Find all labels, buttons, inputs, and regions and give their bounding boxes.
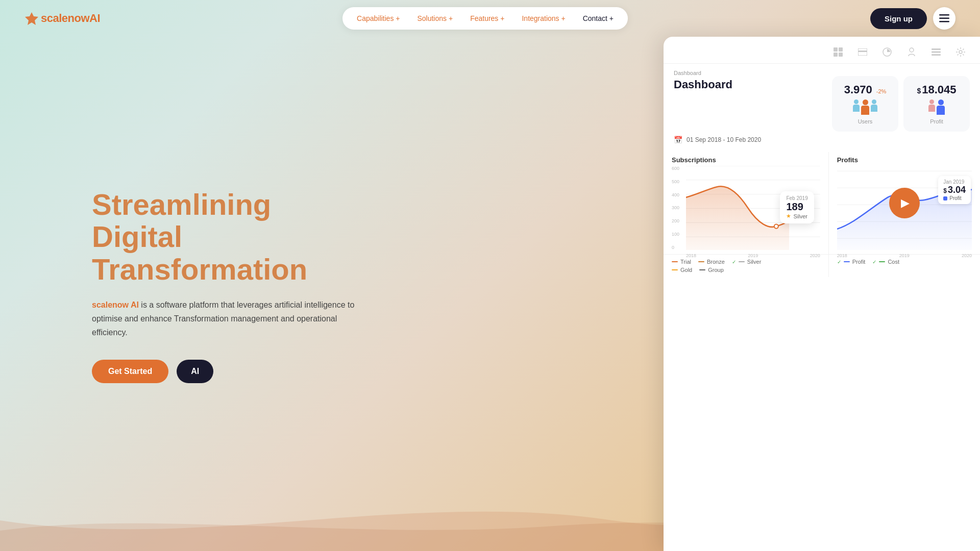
kpi-profit-label: Profit <box>913 118 961 124</box>
nav-right: Sign up <box>870 7 955 30</box>
legend-gold: Gold <box>672 267 692 273</box>
kpi-profit: $ 18.045 <box>903 76 970 132</box>
legend-silver: ✓ Silver <box>732 259 762 265</box>
profits-tooltip: Jan 2019 $ 3.04 Profit <box>938 176 971 204</box>
hero-buttons: Get Started AI <box>92 360 363 383</box>
nav-links: Capabilities + Solutions + Features + In… <box>342 7 628 30</box>
icon-settings[interactable] <box>953 45 968 59</box>
icon-table[interactable] <box>929 45 943 59</box>
dashboard-panel: Dashboard Dashboard 3.970 -2% <box>664 37 980 551</box>
users-illustration <box>841 99 889 116</box>
navbar: scalenowAI Capabilities + Solutions + Fe… <box>0 0 980 37</box>
svg-point-15 <box>959 51 962 54</box>
play-button[interactable]: ▶ <box>889 188 920 218</box>
svg-point-11 <box>910 48 914 52</box>
svg-rect-13 <box>932 52 941 53</box>
cost-check-icon: ✓ <box>872 259 876 265</box>
hero-section: Streamlining Digital Transformation scal… <box>0 0 980 551</box>
svg-rect-7 <box>839 53 843 57</box>
hamburger-icon <box>939 14 949 22</box>
svg-rect-14 <box>932 54 941 56</box>
legend-trial: Trial <box>672 259 691 265</box>
legend-group: Group <box>699 267 724 273</box>
svg-rect-1 <box>939 14 949 16</box>
icon-chart[interactable] <box>880 45 894 59</box>
dashboard-breadcrumb: Dashboard <box>674 70 970 76</box>
nav-integrations[interactable]: Integrations + <box>513 10 573 27</box>
logo-text-main: scalenow <box>41 12 89 24</box>
nav-solutions[interactable]: Solutions + <box>409 10 461 27</box>
kpi-users: 3.970 -2% <box>832 76 898 132</box>
logo-icon <box>24 11 39 26</box>
profit-check-icon: ✓ <box>837 259 841 265</box>
svg-rect-3 <box>939 21 949 22</box>
nav-features[interactable]: Features + <box>462 10 512 27</box>
svg-marker-0 <box>25 12 38 25</box>
svg-point-22 <box>774 224 778 228</box>
icon-grid[interactable] <box>831 45 845 59</box>
dashboard-header: Dashboard Dashboard 3.970 -2% <box>664 64 980 132</box>
dashboard-title: Dashboard <box>674 78 732 91</box>
icon-user[interactable] <box>904 45 919 59</box>
logo-text-suffix: AI <box>89 12 100 24</box>
subscriptions-y-labels: 6005004003002001000 <box>672 166 686 250</box>
kpi-users-change: -2% <box>876 88 887 94</box>
dashboard-top-icons <box>664 37 980 64</box>
kpi-profit-value: 18.045 <box>922 83 956 96</box>
svg-rect-2 <box>939 18 949 19</box>
check-icon: ✓ <box>732 259 736 265</box>
kpi-users-value: 3.970 <box>844 83 872 96</box>
legend-cost: ✓ Cost <box>872 259 899 265</box>
profit-illustration <box>913 99 961 116</box>
star-icon: ★ <box>786 213 791 219</box>
calendar-icon: 📅 <box>674 136 682 144</box>
profit-legend-indicator <box>943 196 947 201</box>
play-icon: ▶ <box>901 196 910 210</box>
legend-profit: ✓ Profit <box>837 259 866 265</box>
ai-button[interactable]: AI <box>177 360 213 383</box>
subscriptions-tooltip: Feb 2019 189 ★ Silver <box>780 191 814 223</box>
profits-x-labels: 201820192020 <box>837 252 972 259</box>
svg-rect-4 <box>834 47 838 52</box>
hero-title: Streamlining Digital Transformation <box>92 188 363 286</box>
nav-contact[interactable]: Contact + <box>575 10 622 27</box>
logo[interactable]: scalenowAI <box>24 11 100 26</box>
nav-capabilities[interactable]: Capabilities + <box>349 10 408 27</box>
date-range: 📅 01 Sep 2018 - 10 Feb 2020 <box>664 132 980 148</box>
get-started-button[interactable]: Get Started <box>92 360 168 383</box>
legend-bronze: Bronze <box>698 259 725 265</box>
svg-rect-9 <box>858 51 867 52</box>
subscriptions-chart-section: Subscriptions 6005004003002001000 <box>664 152 829 254</box>
subscriptions-x-labels: 201820192020 <box>686 252 820 259</box>
subscriptions-chart-container: 6005004003002001000 <box>672 166 820 250</box>
menu-button[interactable] <box>933 7 955 30</box>
subscriptions-title: Subscriptions <box>672 156 820 164</box>
profits-title: Profits <box>837 156 972 164</box>
svg-rect-6 <box>834 53 838 57</box>
kpi-users-label: Users <box>841 118 889 124</box>
svg-rect-5 <box>839 47 843 52</box>
dashboard-charts: Subscriptions 6005004003002001000 <box>664 152 980 254</box>
hero-description: scalenow AI is a software platform that … <box>92 298 363 340</box>
icon-card[interactable] <box>855 45 870 59</box>
profits-chart-section: Profits ▶ <box>829 152 980 254</box>
hero-content: Streamlining Digital Transformation scal… <box>0 127 388 424</box>
signup-button[interactable]: Sign up <box>870 8 927 29</box>
svg-rect-12 <box>932 48 941 50</box>
